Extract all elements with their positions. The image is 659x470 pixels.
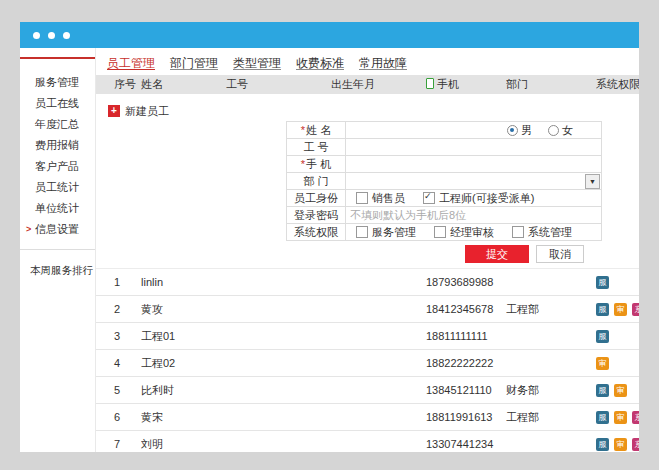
sidebar-item-label: 年度汇总 xyxy=(35,118,79,130)
column-header-label: 出生年月 xyxy=(331,78,375,90)
column-header: 手机 xyxy=(426,77,506,92)
dropdown-arrow-icon[interactable]: ▼ xyxy=(585,174,600,189)
sidebar-item[interactable]: 年度汇总 xyxy=(20,114,95,135)
sidebar-item[interactable]: 员工在线 xyxy=(20,93,95,114)
window-dot-icon[interactable] xyxy=(33,32,40,39)
plus-icon: + xyxy=(108,105,120,117)
sidebar: 服务管理员工在线年度汇总费用报销客户产品员工统计单位统计>信息设置 本周服务排行 xyxy=(20,48,96,452)
tab[interactable]: 部门管理 xyxy=(170,55,218,70)
table-row[interactable]: 1linlin18793689988服 xyxy=(96,269,639,296)
column-header: 工号 xyxy=(226,77,331,92)
window-dot-icon[interactable] xyxy=(63,32,70,39)
column-header-label: 系统权限 xyxy=(596,78,639,90)
permission-badge-list: 服 xyxy=(596,276,639,289)
phone-label: *手 机 xyxy=(287,156,346,173)
window-dot-icon[interactable] xyxy=(48,32,55,39)
gender-option[interactable]: 男 xyxy=(507,123,532,138)
cancel-button[interactable]: 取消 xyxy=(536,245,584,263)
form-label-text: 部 门 xyxy=(303,175,328,187)
password-field[interactable]: 不填则默认为手机后8位 xyxy=(346,207,602,224)
role-field[interactable]: 销售员工程师(可接受派单) xyxy=(346,190,602,207)
sidebar-item-label: 员工统计 xyxy=(35,181,79,193)
phone-icon xyxy=(426,78,434,89)
employee-name: 刘明 xyxy=(141,437,226,452)
permissions-field[interactable]: 服务管理经理审核系统管理 xyxy=(346,224,602,241)
row-number: 4 xyxy=(96,357,141,369)
table-row[interactable]: 3工程0118811111111服 xyxy=(96,323,639,350)
employee-phone: 18412345678 xyxy=(426,303,506,315)
new-employee-button[interactable]: + 新建员工 xyxy=(108,104,169,119)
column-header-label: 姓名 xyxy=(141,78,163,90)
permission-badge-list: 审 xyxy=(596,357,639,370)
form-label-text: 系统权限 xyxy=(294,226,338,238)
column-header-label: 手机 xyxy=(437,78,459,90)
permission-badge-service: 服 xyxy=(596,276,609,289)
sidebar-item[interactable]: 费用报销 xyxy=(20,135,95,156)
permission-badge-service: 服 xyxy=(596,303,609,316)
department-field[interactable]: ▼ xyxy=(346,173,602,190)
tab-bar: 员工管理部门管理类型管理收费标准常用故障 xyxy=(96,48,639,70)
permission-badge-service: 服 xyxy=(596,384,609,397)
table-row[interactable]: 5比利时13845121110财务部服审 xyxy=(96,377,639,404)
checkbox-option-label: 系统管理 xyxy=(528,225,572,240)
sidebar-item[interactable]: 客户产品 xyxy=(20,156,95,177)
checkbox-option[interactable]: 工程师(可接受派单) xyxy=(423,191,534,206)
table-row[interactable]: 6黄宋18811991613工程部服审系 xyxy=(96,404,639,431)
row-number: 2 xyxy=(96,303,141,315)
table-row[interactable]: 2黄攻18412345678工程部服审系 xyxy=(96,296,639,323)
tab[interactable]: 收费标准 xyxy=(296,55,344,70)
table-row[interactable]: 4工程0218822222222审 xyxy=(96,350,639,377)
checkbox-option[interactable]: 经理审核 xyxy=(434,225,494,240)
row-number: 1 xyxy=(96,276,141,288)
tab[interactable]: 类型管理 xyxy=(233,55,281,70)
employee-phone: 18822222222 xyxy=(426,357,506,369)
permission-badges: 服审系 xyxy=(596,411,639,424)
role-label: 员工身份 xyxy=(287,190,346,207)
employee-name: 黄宋 xyxy=(141,410,226,425)
employee-dept: 财务部 xyxy=(506,383,596,398)
window-content: 服务管理员工在线年度汇总费用报销客户产品员工统计单位统计>信息设置 本周服务排行… xyxy=(20,48,639,452)
checkbox-option[interactable]: 销售员 xyxy=(356,191,405,206)
form-row: *姓 名男女 xyxy=(287,122,602,139)
tab[interactable]: 常用故障 xyxy=(359,55,407,70)
sidebar-item[interactable]: 单位统计 xyxy=(20,198,95,219)
tab[interactable]: 员工管理 xyxy=(107,55,155,70)
sidebar-item[interactable]: >信息设置 xyxy=(20,219,95,240)
name-field[interactable]: 男女 xyxy=(346,122,602,139)
app-window: 服务管理员工在线年度汇总费用报销客户产品员工统计单位统计>信息设置 本周服务排行… xyxy=(20,22,639,452)
checkbox-icon xyxy=(356,226,368,238)
permissions-label: 系统权限 xyxy=(287,224,346,241)
gender-option[interactable]: 女 xyxy=(548,123,573,138)
employee-phone: 13845121110 xyxy=(426,384,506,396)
employee-name: 工程01 xyxy=(141,329,226,344)
checkbox-option[interactable]: 系统管理 xyxy=(512,225,572,240)
phone-field[interactable] xyxy=(346,156,602,173)
permission-badge-system: 系 xyxy=(632,303,639,316)
column-header: 姓名 xyxy=(141,77,226,92)
form-actions: 提交 取消 xyxy=(286,245,584,263)
job-id-label: 工 号 xyxy=(287,139,346,156)
department-label: 部 门 xyxy=(287,173,346,190)
radio-icon xyxy=(548,125,559,136)
checkbox-icon xyxy=(512,226,524,238)
sidebar-item[interactable]: 服务管理 xyxy=(20,72,95,93)
form-table: *姓 名男女工 号*手 机部 门▼员工身份销售员工程师(可接受派单)登录密码不填… xyxy=(286,121,602,241)
permission-badge-list: 服审 xyxy=(596,384,639,397)
employee-name: 比利时 xyxy=(141,383,226,398)
employee-phone: 18811991613 xyxy=(426,411,506,423)
sidebar-footer-link[interactable]: 本周服务排行 xyxy=(20,250,95,278)
checkbox-icon xyxy=(423,192,435,204)
permissions-checkbox-group: 服务管理经理审核系统管理 xyxy=(346,225,601,240)
form-label-text: 姓 名 xyxy=(306,124,331,136)
form-row: 部 门▼ xyxy=(287,173,602,190)
checkbox-option[interactable]: 服务管理 xyxy=(356,225,416,240)
role-checkbox-group: 销售员工程师(可接受派单) xyxy=(346,191,601,206)
submit-button[interactable]: 提交 xyxy=(465,245,529,263)
job-id-field[interactable] xyxy=(346,139,602,156)
permission-badges: 服审系 xyxy=(596,303,639,316)
sidebar-item[interactable]: 员工统计 xyxy=(20,177,95,198)
column-header: 系统权限 xyxy=(596,77,639,92)
toolbar: + 新建员工 xyxy=(108,104,639,118)
table-row[interactable]: 7刘明13307441234服审系 xyxy=(96,431,639,452)
checkbox-icon xyxy=(434,226,446,238)
